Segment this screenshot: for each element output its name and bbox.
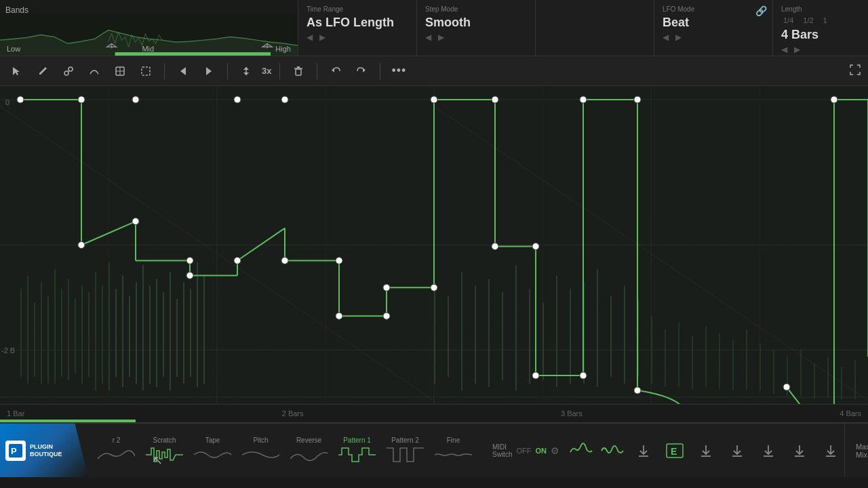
action-download-2[interactable] bbox=[692, 436, 719, 466]
top-bar: Bands Low Mid bbox=[0, 0, 868, 56]
action-download-5[interactable] bbox=[786, 436, 813, 466]
lfo-mode-right[interactable]: ▶ bbox=[675, 33, 682, 42]
arrow-right-btn[interactable] bbox=[199, 61, 219, 81]
step-mode-nav: ◀ ▶ bbox=[425, 33, 527, 42]
svg-point-132 bbox=[132, 96, 139, 103]
tab-r2[interactable]: r 2 bbox=[94, 434, 139, 467]
band-high: High bbox=[275, 45, 291, 53]
tab-scratch-label: Scratch bbox=[153, 436, 176, 444]
step-mode-right[interactable]: ▶ bbox=[438, 33, 444, 42]
action-letter-e[interactable]: E bbox=[661, 436, 688, 466]
time-range-left[interactable]: ◀ bbox=[307, 33, 313, 42]
tab-fine-label: Fine bbox=[447, 436, 460, 444]
length-label: Length bbox=[781, 5, 868, 13]
link-tool[interactable] bbox=[58, 61, 79, 81]
svg-point-141 bbox=[132, 218, 139, 225]
tab-pattern2-label: Pattern 2 bbox=[391, 436, 419, 444]
svg-point-149 bbox=[532, 243, 539, 250]
action-icons: E bbox=[568, 424, 844, 477]
fraction-1-4[interactable]: 1/4 bbox=[781, 16, 795, 25]
expand-btn[interactable] bbox=[849, 64, 861, 79]
action-download-3[interactable] bbox=[724, 436, 751, 466]
svg-point-147 bbox=[431, 284, 437, 291]
action-download-1[interactable] bbox=[630, 436, 657, 466]
step-mode-left[interactable]: ◀ bbox=[425, 33, 431, 42]
svg-point-154 bbox=[383, 312, 390, 319]
svg-point-145 bbox=[336, 257, 342, 264]
length-right[interactable]: ▶ bbox=[794, 45, 800, 54]
bottom-tabs: P PLUGIN BOUTIQUE r 2 Scratch Tape bbox=[0, 423, 868, 477]
svg-point-144 bbox=[281, 257, 288, 264]
toolbar-separator-5 bbox=[380, 63, 380, 79]
svg-point-130 bbox=[17, 96, 24, 103]
tab-tape-label: Tape bbox=[205, 436, 220, 444]
svg-point-146 bbox=[383, 284, 390, 291]
toolbar-separator-4 bbox=[317, 63, 317, 79]
timeline-label-4bars: 4 Bars bbox=[840, 409, 861, 418]
timeline-scroll[interactable] bbox=[0, 420, 136, 422]
tab-pattern2[interactable]: Pattern 2 bbox=[382, 434, 428, 467]
curve-tool[interactable] bbox=[84, 61, 104, 81]
plugin-text: PLUGIN BOUTIQUE bbox=[30, 443, 62, 458]
action-download-6[interactable] bbox=[817, 436, 844, 466]
tab-scratch[interactable]: Scratch bbox=[142, 434, 187, 467]
more-btn[interactable]: ••• bbox=[389, 61, 409, 81]
band-mid: Mid bbox=[142, 45, 154, 53]
toolbar: 3x ••• bbox=[0, 56, 868, 86]
arrow-left-btn[interactable] bbox=[173, 61, 193, 81]
midi-switch-off[interactable]: OFF bbox=[516, 447, 531, 455]
lfo-mode-left[interactable]: ◀ bbox=[663, 33, 669, 42]
midi-gear-icon[interactable]: ⚙ bbox=[551, 445, 559, 456]
select-rect-tool[interactable] bbox=[136, 61, 156, 81]
pencil-tool[interactable] bbox=[33, 61, 53, 81]
undo-btn[interactable] bbox=[326, 61, 346, 81]
action-waveform-1[interactable] bbox=[568, 436, 595, 466]
lfo-mode-label: LFO Mode bbox=[663, 5, 764, 13]
tab-fine[interactable]: Fine bbox=[431, 434, 476, 467]
svg-point-159 bbox=[783, 384, 790, 390]
fraction-1[interactable]: 1 bbox=[821, 16, 829, 25]
tab-r2-waveform bbox=[98, 445, 135, 464]
action-download-4[interactable] bbox=[755, 436, 782, 466]
svg-text:P: P bbox=[11, 446, 17, 456]
tab-reverse[interactable]: Reverse bbox=[286, 434, 332, 467]
svg-marker-7 bbox=[13, 67, 20, 75]
svg-point-139 bbox=[831, 96, 837, 103]
length-left[interactable]: ◀ bbox=[781, 45, 787, 54]
step-mode-value: Smooth bbox=[425, 16, 527, 30]
sort-btn[interactable] bbox=[236, 61, 256, 81]
plugin-icon: P bbox=[5, 441, 26, 461]
select-tool[interactable] bbox=[7, 61, 27, 81]
svg-text:0: 0 bbox=[5, 98, 9, 106]
fraction-1-2[interactable]: 1/2 bbox=[801, 16, 815, 25]
tab-pitch[interactable]: Pitch bbox=[238, 434, 283, 467]
tab-pitch-label: Pitch bbox=[253, 436, 268, 444]
timeline-label-1bar: 1 Bar bbox=[7, 409, 24, 418]
tab-tape[interactable]: Tape bbox=[190, 434, 235, 467]
lfo-mode-panel: LFO Mode Beat ◀ ▶ 🔗 bbox=[654, 0, 773, 56]
timeline-labels: 1 Bar 2 Bars 3 Bars 4 Bars bbox=[0, 409, 868, 418]
svg-point-134 bbox=[281, 96, 288, 103]
link-icon[interactable]: 🔗 bbox=[755, 5, 767, 16]
tab-pitch-waveform bbox=[242, 445, 279, 464]
tab-pattern1-label: Pattern 1 bbox=[343, 436, 371, 444]
cursor-icon: ↖ bbox=[153, 453, 163, 468]
redo-btn[interactable] bbox=[351, 61, 372, 81]
tab-pattern1[interactable]: Pattern 1 bbox=[334, 434, 380, 467]
draw-tool[interactable] bbox=[110, 61, 130, 81]
time-range-label: Time Range bbox=[307, 5, 408, 13]
trash-btn[interactable] bbox=[288, 61, 309, 81]
lfo-mode-value: Beat bbox=[663, 16, 764, 30]
band-low: Low bbox=[7, 45, 20, 53]
action-waveform-2[interactable] bbox=[599, 436, 626, 466]
svg-rect-20 bbox=[296, 69, 301, 75]
svg-point-151 bbox=[532, 372, 539, 379]
timeline-label-3bars: 3 Bars bbox=[561, 409, 583, 418]
midi-switch-on[interactable]: ON bbox=[535, 447, 547, 455]
time-range-value: As LFO Length bbox=[307, 16, 408, 30]
svg-point-153 bbox=[336, 312, 342, 319]
svg-point-150 bbox=[580, 372, 587, 379]
empty-panel bbox=[536, 0, 654, 56]
time-range-right[interactable]: ▶ bbox=[319, 33, 326, 42]
lfo-canvas[interactable]: 0 -2 B bbox=[0, 86, 868, 404]
